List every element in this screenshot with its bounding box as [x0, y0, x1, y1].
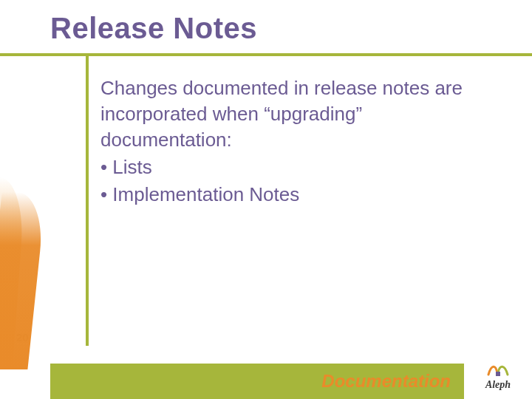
- bullet-text: Implementation Notes: [112, 183, 299, 205]
- svg-rect-0: [496, 372, 500, 376]
- bullet-item: • Lists: [100, 154, 492, 180]
- footer: Documentation Aleph: [0, 359, 532, 399]
- bullet-item: • Implementation Notes: [100, 182, 492, 208]
- body-paragraph: Changes documented in release notes are …: [100, 75, 492, 153]
- logo-mark-icon: [485, 361, 511, 378]
- slide: Release Notes Changes documented in rele…: [0, 0, 532, 399]
- slide-title: Release Notes: [50, 12, 257, 45]
- vertical-rule: [86, 53, 89, 346]
- logo-container: Aleph: [464, 353, 532, 399]
- footer-label: Documentation: [321, 371, 451, 392]
- horizontal-rule: [0, 53, 532, 56]
- decorative-ribbon-icon: [0, 192, 47, 369]
- body-text: Changes documented in release notes are …: [100, 75, 492, 208]
- logo-text: Aleph: [485, 379, 511, 391]
- aleph-logo-icon: Aleph: [485, 361, 511, 391]
- bullet-text: Lists: [112, 156, 151, 178]
